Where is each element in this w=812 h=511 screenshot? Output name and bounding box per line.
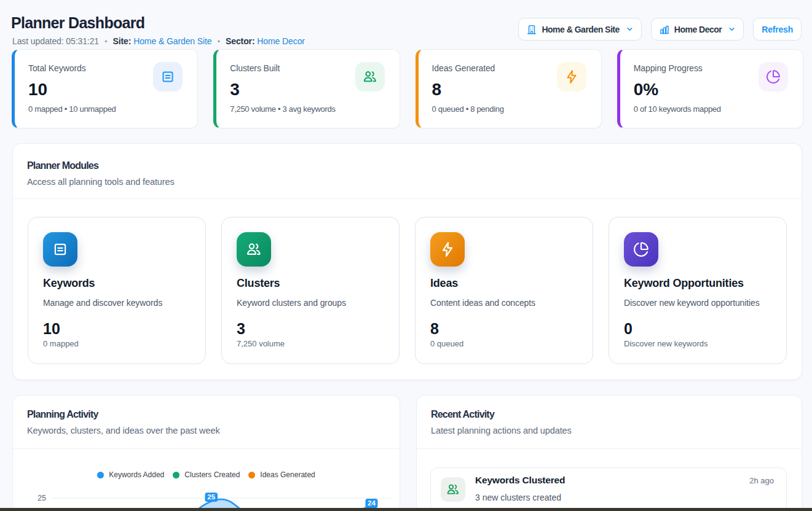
svg-text:24: 24	[368, 499, 376, 507]
svg-text:25: 25	[207, 493, 215, 501]
svg-text:25: 25	[37, 494, 46, 502]
